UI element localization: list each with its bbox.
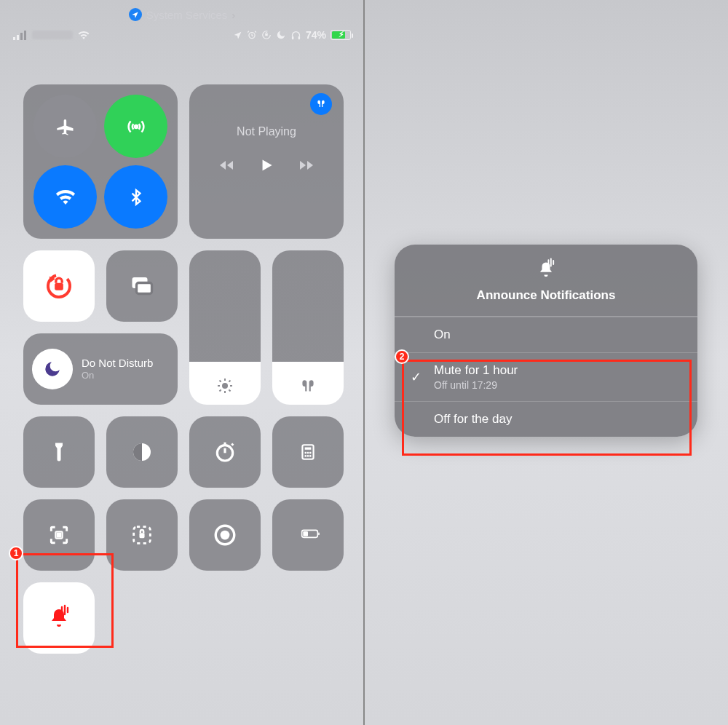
location-arrow-badge [129,8,142,21]
status-bar: 74% ⚡︎ [13,26,351,44]
airplane-mode-toggle[interactable] [33,95,97,158]
svg-rect-6 [265,33,268,36]
moon-icon [276,30,286,40]
svg-point-32 [307,455,309,457]
battery-icon: ⚡︎ [331,30,351,40]
sun-icon [216,377,234,395]
control-center-screenshot: System Services › 74% ⚡︎ [0,0,364,725]
airpods-output-badge[interactable] [310,93,332,115]
svg-rect-14 [137,283,152,294]
announce-notifications-menu: Announce Notifications On ✓ Mute for 1 h… [395,245,697,437]
announce-option-mute-1-hour[interactable]: ✓ Mute for 1 hour Off until 17:29 [395,352,697,401]
svg-rect-41 [318,533,320,535]
svg-line-22 [220,389,221,391]
screen-recording-button[interactable] [189,499,261,571]
fast-forward-icon[interactable] [298,157,315,174]
svg-line-23 [229,381,230,382]
timer-button[interactable] [189,416,261,488]
svg-point-30 [309,452,312,454]
orientation-lock-status-icon [261,30,272,40]
control-center-grid: Not Playing [23,84,341,654]
dnd-state: On [82,370,153,381]
orientation-lock-toggle[interactable] [23,250,95,322]
settings-breadcrumb: System Services › [0,6,364,23]
calculator-button[interactable] [272,416,344,488]
guided-access-button[interactable] [106,499,178,571]
svg-rect-3 [24,31,26,40]
svg-point-31 [304,455,306,457]
announce-notifications-menu-screenshot: Announce Notifications On ✓ Mute for 1 h… [364,0,728,725]
cellular-signal-icon [13,30,28,40]
svg-rect-35 [58,534,60,536]
svg-rect-2 [20,33,23,40]
wifi-toggle[interactable] [33,165,97,229]
wifi-icon [77,28,90,41]
qr-code-scanner-button[interactable] [23,499,95,571]
announce-option-off-for-day[interactable]: Off for the day [395,401,697,437]
checkmark-icon: ✓ [408,369,424,385]
option-subtitle: Off until 17:29 [434,379,518,391]
rewind-icon[interactable] [218,157,235,174]
announce-notifications-toggle[interactable] [23,582,95,654]
flashlight-toggle[interactable] [23,416,95,488]
svg-point-25 [217,445,232,461]
screen-mirroring-toggle[interactable] [106,250,178,322]
cellular-data-toggle[interactable] [104,95,167,158]
bluetooth-toggle[interactable] [104,165,167,229]
svg-line-21 [229,389,230,391]
svg-point-33 [309,455,312,457]
announce-menu-title: Announce Notifications [477,288,616,303]
annotation-badge-2: 2 [395,349,409,364]
svg-rect-8 [298,36,301,39]
play-icon[interactable] [257,156,276,175]
option-label: On [434,328,451,342]
announce-notifications-icon [534,256,558,281]
breadcrumb-label: System Services [146,9,228,21]
svg-rect-0 [13,37,15,40]
airpods-icon [298,377,317,396]
headphones-icon [290,30,301,41]
media-state-label: Not Playing [237,125,296,138]
media-playback-widget[interactable]: Not Playing [189,84,344,239]
announce-option-on[interactable]: On [395,317,697,352]
connectivity-group[interactable] [23,84,178,239]
svg-point-39 [221,531,230,540]
option-label: Off for the day [434,412,512,427]
svg-point-9 [135,125,138,128]
svg-rect-42 [303,531,308,536]
focus-do-not-disturb-toggle[interactable]: Do Not Disturb On [23,333,178,405]
svg-rect-7 [292,36,294,39]
location-arrow-icon [233,31,242,40]
carrier-blur [32,31,73,39]
annotation-badge-1: 1 [9,546,23,560]
moon-icon [32,349,73,389]
battery-pct-label: 74% [306,29,326,41]
announce-notifications-icon [44,603,74,633]
svg-point-29 [307,452,309,454]
svg-rect-27 [305,448,312,450]
option-label: Mute for 1 hour [434,363,518,378]
charging-bolt-icon: ⚡︎ [339,30,344,39]
svg-point-28 [304,452,306,454]
svg-line-20 [220,381,221,382]
svg-rect-1 [17,35,19,40]
low-power-mode-toggle[interactable] [272,499,344,571]
dark-mode-toggle[interactable] [106,416,178,488]
alarm-icon [247,30,257,40]
svg-rect-37 [139,533,144,538]
svg-point-15 [222,383,228,389]
brightness-slider[interactable] [189,250,261,405]
volume-slider[interactable] [272,250,344,405]
dnd-title: Do Not Disturb [82,357,153,370]
svg-rect-12 [55,283,63,290]
pane-divider [363,0,365,725]
chevron-right-icon: › [232,9,235,21]
